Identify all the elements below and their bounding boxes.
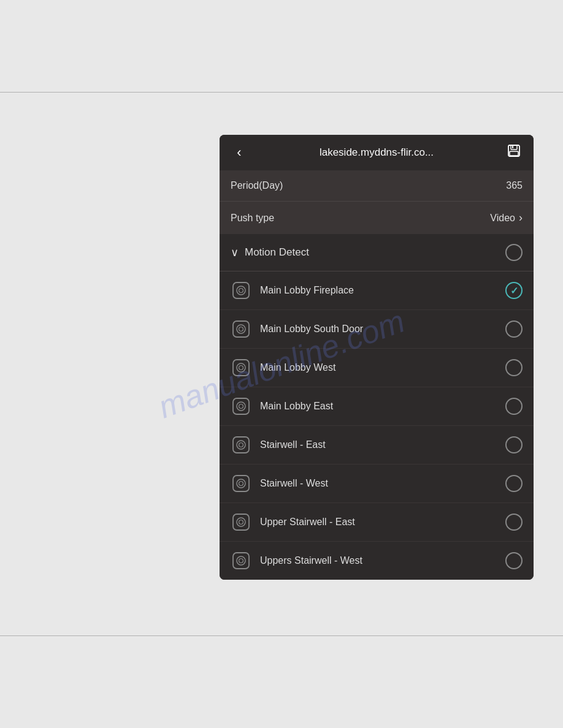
motion-detect-radio[interactable] xyxy=(505,244,523,261)
svg-rect-3 xyxy=(512,146,513,148)
period-row[interactable]: Period(Day) 365 xyxy=(220,170,534,202)
camera-radio[interactable] xyxy=(505,359,523,376)
camera-item[interactable]: Main Lobby South Door xyxy=(220,310,534,349)
camera-item[interactable]: Stairwell - East xyxy=(220,426,534,464)
camera-name: Uppers Stairwell - West xyxy=(260,555,505,566)
svg-point-20 xyxy=(237,479,245,488)
svg-point-15 xyxy=(239,404,243,409)
push-type-row[interactable]: Push type Video › xyxy=(220,202,534,234)
svg-point-26 xyxy=(237,556,245,565)
svg-rect-16 xyxy=(233,437,249,453)
camera-icon xyxy=(231,512,251,533)
push-type-chevron-icon: › xyxy=(519,211,523,224)
camera-icon xyxy=(231,434,251,455)
svg-point-8 xyxy=(237,325,245,333)
svg-point-21 xyxy=(239,482,243,486)
svg-rect-25 xyxy=(233,553,249,569)
save-button[interactable] xyxy=(504,143,524,162)
svg-point-18 xyxy=(239,443,243,447)
svg-rect-7 xyxy=(233,321,249,337)
camera-item[interactable]: Stairwell - West xyxy=(220,464,534,503)
svg-rect-10 xyxy=(233,360,249,376)
motion-detect-header[interactable]: ∨ Motion Detect xyxy=(220,234,534,271)
camera-radio[interactable] xyxy=(505,282,523,299)
camera-icon xyxy=(231,280,251,301)
push-type-value: Video › xyxy=(490,211,523,224)
camera-item[interactable]: Uppers Stairwell - West xyxy=(220,542,534,580)
camera-name: Main Lobby East xyxy=(260,401,505,412)
camera-radio[interactable] xyxy=(505,398,523,415)
svg-point-9 xyxy=(239,327,243,332)
header-title: lakeside.myddns-flir.co... xyxy=(254,146,499,159)
camera-item[interactable]: Upper Stairwell - East xyxy=(220,503,534,542)
camera-icon xyxy=(231,319,251,339)
camera-radio[interactable] xyxy=(505,436,523,453)
settings-section: Period(Day) 365 Push type Video › xyxy=(220,170,534,234)
camera-item[interactable]: Main Lobby West xyxy=(220,349,534,387)
camera-list: Main Lobby Fireplace Main Lobby South Do… xyxy=(220,271,534,580)
camera-radio[interactable] xyxy=(505,475,523,492)
svg-point-6 xyxy=(239,289,243,293)
camera-icon xyxy=(231,357,251,378)
svg-point-23 xyxy=(237,518,245,526)
camera-name: Main Lobby West xyxy=(260,362,505,373)
period-value: 365 xyxy=(506,180,523,191)
main-panel: ‹ lakeside.myddns-flir.co... Period(Day)… xyxy=(220,135,534,580)
camera-name: Main Lobby South Door xyxy=(260,324,505,335)
svg-point-27 xyxy=(239,559,243,563)
camera-radio[interactable] xyxy=(505,514,523,531)
camera-item[interactable]: Main Lobby Fireplace xyxy=(220,271,534,310)
top-divider xyxy=(0,92,563,93)
panel-header: ‹ lakeside.myddns-flir.co... xyxy=(220,135,534,170)
svg-point-24 xyxy=(239,520,243,525)
svg-rect-2 xyxy=(510,151,518,156)
camera-name: Upper Stairwell - East xyxy=(260,517,505,528)
period-label: Period(Day) xyxy=(231,180,283,191)
camera-icon xyxy=(231,396,251,417)
svg-rect-19 xyxy=(233,476,249,491)
back-button[interactable]: ‹ xyxy=(229,145,249,161)
camera-icon xyxy=(231,473,251,494)
chevron-down-icon: ∨ xyxy=(231,246,239,259)
svg-point-5 xyxy=(237,286,245,295)
svg-rect-1 xyxy=(511,145,517,150)
svg-rect-13 xyxy=(233,398,249,414)
svg-rect-22 xyxy=(233,514,249,530)
camera-icon xyxy=(231,550,251,571)
camera-radio[interactable] xyxy=(505,552,523,569)
camera-name: Stairwell - West xyxy=(260,478,505,489)
svg-point-14 xyxy=(237,402,245,411)
svg-rect-4 xyxy=(233,282,249,298)
camera-item[interactable]: Main Lobby East xyxy=(220,387,534,426)
svg-point-17 xyxy=(237,441,245,449)
svg-point-12 xyxy=(239,366,243,370)
push-type-label: Push type xyxy=(231,213,274,224)
motion-detect-label: Motion Detect xyxy=(245,246,505,259)
svg-point-11 xyxy=(237,363,245,372)
camera-radio[interactable] xyxy=(505,320,523,338)
camera-name: Main Lobby Fireplace xyxy=(260,285,505,296)
bottom-divider xyxy=(0,635,563,636)
camera-name: Stairwell - East xyxy=(260,439,505,450)
